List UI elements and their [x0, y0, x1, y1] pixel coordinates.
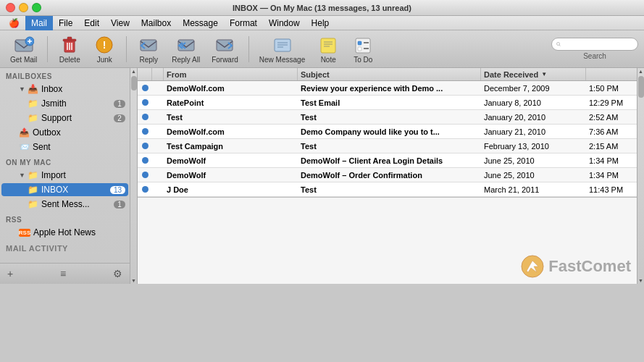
delete-button[interactable]: Delete	[54, 33, 85, 66]
reply-button[interactable]: Reply	[133, 33, 164, 66]
mail-scroll-up[interactable]: ▲	[637, 68, 644, 75]
from-cell: DemoWolf.com	[164, 127, 298, 136]
forward-button[interactable]: Forward	[207, 33, 243, 66]
menu-mail[interactable]: Mail	[25, 16, 53, 30]
outbox-icon: 📤	[19, 127, 30, 138]
subject-cell: Review your experience with Demo ...	[298, 84, 481, 93]
list-view-button[interactable]: ≡	[57, 266, 69, 281]
sidebar-item-jsmith[interactable]: 📁 Jsmith 1	[1, 97, 128, 110]
search-input[interactable]	[561, 40, 633, 49]
sidebar-item-support[interactable]: 📁 Support 2	[1, 111, 128, 125]
watermark: FastComet	[521, 255, 631, 278]
date-cell: December 7, 2009	[481, 84, 586, 93]
from-cell: DemoWolf	[164, 156, 298, 165]
menu-mailbox[interactable]: Mailbox	[135, 16, 177, 30]
menu-help[interactable]: Help	[306, 16, 335, 30]
table-row[interactable]: DemoWolf.com Demo Company would like you…	[138, 125, 637, 139]
minimize-button[interactable]	[19, 3, 28, 12]
jsmith-badge: 1	[114, 100, 125, 108]
sidebar-item-sent[interactable]: 📨 Sent	[1, 140, 128, 153]
subject-cell: DemoWolf – Client Area Login Details	[298, 156, 481, 165]
sent-icon: 📨	[19, 142, 30, 152]
table-row[interactable]: DemoWolf.com Review your experience with…	[138, 81, 637, 96]
reply-all-icon	[175, 35, 197, 55]
sidebar-item-sent-mess[interactable]: 📁 Sent Mess... 1	[1, 198, 128, 211]
subject-cell: DemoWolf – Order Confirmation	[298, 171, 481, 180]
sidebar-item-import[interactable]: ▼ 📁 Import	[1, 169, 128, 182]
expand-triangle: ▼	[19, 85, 25, 93]
gear-button[interactable]: ⚙	[110, 266, 125, 281]
junk-icon: !	[93, 35, 115, 55]
unread-indicator	[138, 114, 152, 120]
search-box: Search	[551, 38, 638, 60]
subject-cell: Test	[298, 185, 481, 194]
reply-label: Reply	[139, 56, 158, 64]
table-row[interactable]: DemoWolf DemoWolf – Client Area Login De…	[138, 153, 637, 168]
todo-button[interactable]: To Do	[347, 33, 379, 66]
get-mail-button[interactable]: Get Mail	[6, 33, 41, 66]
new-message-button[interactable]: New Message	[255, 33, 309, 66]
close-button[interactable]	[6, 3, 15, 12]
add-mailbox-button[interactable]: +	[4, 266, 16, 281]
mailboxes-section-header: MAILBOXES	[0, 68, 130, 82]
todo-label: To Do	[354, 56, 372, 64]
from-cell: Test	[164, 113, 298, 122]
apple-menu[interactable]: 🍎	[3, 16, 25, 30]
reply-all-button[interactable]: Reply All	[167, 33, 204, 66]
table-row[interactable]: Test Campaign Test February 13, 2010 2:1…	[138, 139, 637, 153]
time-cell: 7:36 AM	[586, 127, 637, 136]
sent-mess-badge: 1	[114, 201, 125, 209]
menu-edit[interactable]: Edit	[78, 16, 105, 30]
date-cell: January 20, 2010	[481, 113, 586, 122]
menu-view[interactable]: View	[105, 16, 135, 30]
apple-hot-news-label: Apple Hot News	[33, 227, 125, 237]
toolbar: Get Mail Delete ! Junk Reply Reply All F…	[0, 30, 644, 68]
sidebar-scroll-up[interactable]: ▲	[130, 68, 137, 75]
svg-rect-11	[178, 40, 194, 51]
date-cell: June 25, 2010	[481, 171, 586, 180]
table-row[interactable]: DemoWolf DemoWolf – Order Confirmation J…	[138, 168, 637, 182]
mail-scroll-thumb	[638, 76, 644, 98]
todo-icon	[352, 35, 374, 55]
new-message-label: New Message	[259, 56, 305, 64]
note-button[interactable]: Note	[312, 33, 344, 66]
col-header-from[interactable]: From	[164, 68, 298, 80]
sidebar-scroll-thumb	[131, 76, 137, 90]
table-row[interactable]: Test Test January 20, 2010 2:52 AM	[138, 110, 637, 125]
sidebar: MAILBOXES ▼ 📥 Inbox 📁 Jsmith 1 📁 Support…	[0, 68, 130, 284]
sidebar-item-apple-hot-news[interactable]: RSS Apple Hot News	[1, 226, 128, 239]
svg-rect-12	[217, 40, 233, 51]
outbox-label: Outbox	[33, 127, 125, 138]
col-header-flag	[152, 68, 164, 80]
menu-message[interactable]: Message	[177, 16, 224, 30]
from-cell: DemoWolf	[164, 171, 298, 180]
col-header-date[interactable]: Date Received ▼	[481, 68, 586, 80]
sidebar-item-inbox[interactable]: ▼ 📥 Inbox	[1, 83, 128, 96]
sidebar-scroll-down[interactable]: ▼	[130, 277, 137, 284]
mail-scroll-down[interactable]: ▼	[637, 277, 644, 284]
unread-indicator	[138, 128, 152, 135]
new-message-icon	[272, 35, 293, 55]
from-cell: RatePoint	[164, 98, 298, 107]
col-header-subject[interactable]: Subject	[298, 68, 481, 80]
table-row[interactable]: RatePoint Test Email January 8, 2010 12:…	[138, 96, 637, 110]
date-cell: January 8, 2010	[481, 98, 586, 107]
menu-file[interactable]: File	[53, 16, 78, 30]
svg-text:!: !	[103, 39, 106, 51]
unread-indicator	[138, 143, 152, 149]
date-cell: June 25, 2010	[481, 156, 586, 165]
menu-format[interactable]: Format	[224, 16, 263, 30]
subject-cell: Demo Company would like you to t...	[298, 127, 481, 136]
forward-label: Forward	[212, 56, 238, 64]
menu-window[interactable]: Window	[263, 16, 306, 30]
table-row[interactable]: J Doe Test March 21, 2011 11:43 PM	[138, 182, 637, 197]
subject-cell: Test Email	[298, 98, 481, 107]
junk-button[interactable]: ! Junk	[88, 33, 120, 66]
mail-list: DemoWolf.com Review your experience with…	[138, 81, 637, 197]
maximize-button[interactable]	[32, 3, 41, 12]
toolbar-separator-1	[47, 36, 48, 62]
sidebar-scrollbar: ▲ ▼	[130, 68, 138, 284]
sidebar-item-inbox-mac[interactable]: 📁 INBOX 13	[1, 183, 128, 196]
date-cell: February 13, 2010	[481, 142, 586, 151]
sidebar-item-outbox[interactable]: 📤 Outbox	[1, 126, 128, 139]
